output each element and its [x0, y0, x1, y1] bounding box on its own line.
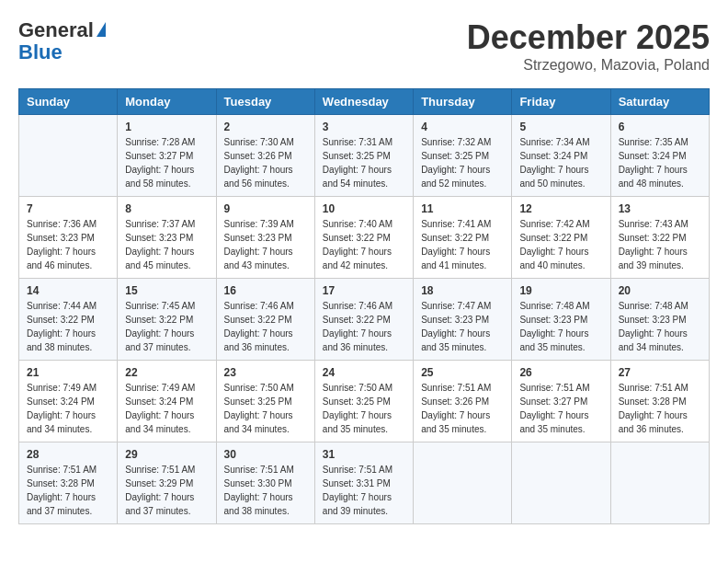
day-number: 11 [421, 202, 504, 215]
day-number: 29 [125, 448, 208, 461]
day-info: Sunrise: 7:34 AM Sunset: 3:24 PM Dayligh… [519, 135, 602, 190]
day-info: Sunrise: 7:28 AM Sunset: 3:27 PM Dayligh… [125, 135, 208, 190]
day-number: 3 [323, 121, 405, 133]
day-number: 12 [519, 202, 602, 215]
day-number: 27 [619, 366, 701, 379]
calendar-cell: 13Sunrise: 7:43 AM Sunset: 3:22 PM Dayli… [610, 197, 709, 279]
calendar-cell [610, 442, 709, 524]
calendar-cell: 1Sunrise: 7:28 AM Sunset: 3:27 PM Daylig… [118, 115, 216, 197]
weekday-header: Friday [512, 89, 610, 115]
calendar-cell: 30Sunrise: 7:51 AM Sunset: 3:30 PM Dayli… [216, 442, 314, 524]
calendar-body: 1Sunrise: 7:28 AM Sunset: 3:27 PM Daylig… [19, 115, 710, 524]
day-number: 23 [224, 366, 307, 379]
day-number: 18 [421, 284, 504, 297]
calendar-cell: 5Sunrise: 7:34 AM Sunset: 3:24 PM Daylig… [512, 115, 610, 197]
day-number: 28 [27, 448, 109, 461]
calendar-cell: 15Sunrise: 7:45 AM Sunset: 3:22 PM Dayli… [118, 279, 216, 361]
day-info: Sunrise: 7:37 AM Sunset: 3:23 PM Dayligh… [125, 217, 208, 272]
calendar-cell: 31Sunrise: 7:51 AM Sunset: 3:31 PM Dayli… [314, 442, 413, 524]
calendar-week-row: 1Sunrise: 7:28 AM Sunset: 3:27 PM Daylig… [19, 115, 710, 197]
day-number: 8 [125, 202, 208, 215]
day-number: 4 [421, 121, 504, 133]
day-number: 14 [27, 284, 109, 297]
weekday-header: Monday [118, 89, 216, 115]
page-header: General Blue December 2025 Strzegowo, Ma… [18, 18, 710, 74]
weekday-header: Thursday [414, 89, 512, 115]
day-info: Sunrise: 7:40 AM Sunset: 3:22 PM Dayligh… [323, 217, 405, 272]
day-info: Sunrise: 7:51 AM Sunset: 3:28 PM Dayligh… [619, 381, 701, 436]
day-number: 25 [421, 366, 504, 379]
day-info: Sunrise: 7:35 AM Sunset: 3:24 PM Dayligh… [619, 135, 701, 190]
day-info: Sunrise: 7:50 AM Sunset: 3:25 PM Dayligh… [323, 381, 405, 436]
day-info: Sunrise: 7:43 AM Sunset: 3:22 PM Dayligh… [619, 217, 701, 272]
day-info: Sunrise: 7:46 AM Sunset: 3:22 PM Dayligh… [224, 299, 307, 354]
calendar-cell: 4Sunrise: 7:32 AM Sunset: 3:25 PM Daylig… [414, 115, 512, 197]
calendar-cell [414, 442, 512, 524]
calendar-cell: 8Sunrise: 7:37 AM Sunset: 3:23 PM Daylig… [118, 197, 216, 279]
day-number: 10 [323, 202, 405, 215]
calendar-week-row: 14Sunrise: 7:44 AM Sunset: 3:22 PM Dayli… [19, 279, 710, 361]
calendar-cell: 21Sunrise: 7:49 AM Sunset: 3:24 PM Dayli… [19, 361, 118, 442]
day-number: 19 [519, 284, 602, 297]
calendar-cell [512, 442, 610, 524]
weekday-header: Wednesday [314, 89, 413, 115]
calendar-cell: 25Sunrise: 7:51 AM Sunset: 3:26 PM Dayli… [414, 361, 512, 442]
calendar-cell: 29Sunrise: 7:51 AM Sunset: 3:29 PM Dayli… [118, 442, 216, 524]
calendar-cell: 27Sunrise: 7:51 AM Sunset: 3:28 PM Dayli… [610, 361, 709, 442]
calendar-week-row: 7Sunrise: 7:36 AM Sunset: 3:23 PM Daylig… [19, 197, 710, 279]
calendar-table: SundayMondayTuesdayWednesdayThursdayFrid… [18, 88, 710, 524]
day-number: 1 [125, 121, 208, 133]
day-number: 13 [619, 202, 701, 215]
logo-triangle [97, 22, 106, 37]
day-info: Sunrise: 7:51 AM Sunset: 3:28 PM Dayligh… [27, 463, 109, 518]
day-info: Sunrise: 7:51 AM Sunset: 3:29 PM Dayligh… [125, 463, 208, 518]
calendar-cell: 2Sunrise: 7:30 AM Sunset: 3:26 PM Daylig… [216, 115, 314, 197]
calendar-cell: 18Sunrise: 7:47 AM Sunset: 3:23 PM Dayli… [414, 279, 512, 361]
calendar-cell: 12Sunrise: 7:42 AM Sunset: 3:22 PM Dayli… [512, 197, 610, 279]
day-number: 24 [323, 366, 405, 379]
calendar-cell: 16Sunrise: 7:46 AM Sunset: 3:22 PM Dayli… [216, 279, 314, 361]
day-number: 7 [27, 202, 109, 215]
title-block: December 2025 Strzegowo, Mazovia, Poland [467, 18, 710, 74]
calendar-cell: 19Sunrise: 7:48 AM Sunset: 3:23 PM Dayli… [512, 279, 610, 361]
calendar-cell: 26Sunrise: 7:51 AM Sunset: 3:27 PM Dayli… [512, 361, 610, 442]
day-info: Sunrise: 7:31 AM Sunset: 3:25 PM Dayligh… [323, 135, 405, 190]
day-info: Sunrise: 7:50 AM Sunset: 3:25 PM Dayligh… [224, 381, 307, 436]
day-number: 20 [619, 284, 701, 297]
day-info: Sunrise: 7:51 AM Sunset: 3:27 PM Dayligh… [519, 381, 602, 436]
day-info: Sunrise: 7:51 AM Sunset: 3:31 PM Dayligh… [323, 463, 405, 518]
calendar-cell: 23Sunrise: 7:50 AM Sunset: 3:25 PM Dayli… [216, 361, 314, 442]
day-number: 5 [519, 121, 602, 133]
day-info: Sunrise: 7:41 AM Sunset: 3:22 PM Dayligh… [421, 217, 504, 272]
day-info: Sunrise: 7:51 AM Sunset: 3:30 PM Dayligh… [224, 463, 307, 518]
calendar-cell: 28Sunrise: 7:51 AM Sunset: 3:28 PM Dayli… [19, 442, 118, 524]
calendar-cell: 6Sunrise: 7:35 AM Sunset: 3:24 PM Daylig… [610, 115, 709, 197]
calendar-cell: 17Sunrise: 7:46 AM Sunset: 3:22 PM Dayli… [314, 279, 413, 361]
day-info: Sunrise: 7:49 AM Sunset: 3:24 PM Dayligh… [125, 381, 208, 436]
day-number: 22 [125, 366, 208, 379]
day-info: Sunrise: 7:49 AM Sunset: 3:24 PM Dayligh… [27, 381, 109, 436]
calendar-week-row: 28Sunrise: 7:51 AM Sunset: 3:28 PM Dayli… [19, 442, 710, 524]
day-number: 2 [224, 121, 307, 133]
day-number: 21 [27, 366, 109, 379]
day-number: 15 [125, 284, 208, 297]
day-info: Sunrise: 7:32 AM Sunset: 3:25 PM Dayligh… [421, 135, 504, 190]
day-info: Sunrise: 7:42 AM Sunset: 3:22 PM Dayligh… [519, 217, 602, 272]
logo: General Blue [18, 18, 106, 63]
day-number: 6 [619, 121, 701, 133]
logo-blue: Blue [18, 42, 63, 63]
day-info: Sunrise: 7:30 AM Sunset: 3:26 PM Dayligh… [224, 135, 307, 190]
calendar-cell: 20Sunrise: 7:48 AM Sunset: 3:23 PM Dayli… [610, 279, 709, 361]
calendar-cell: 3Sunrise: 7:31 AM Sunset: 3:25 PM Daylig… [314, 115, 413, 197]
weekday-header: Sunday [19, 89, 118, 115]
day-number: 17 [323, 284, 405, 297]
day-info: Sunrise: 7:39 AM Sunset: 3:23 PM Dayligh… [224, 217, 307, 272]
weekday-header: Tuesday [216, 89, 314, 115]
day-info: Sunrise: 7:46 AM Sunset: 3:22 PM Dayligh… [323, 299, 405, 354]
calendar-week-row: 21Sunrise: 7:49 AM Sunset: 3:24 PM Dayli… [19, 361, 710, 442]
day-info: Sunrise: 7:51 AM Sunset: 3:26 PM Dayligh… [421, 381, 504, 436]
day-number: 30 [224, 448, 307, 461]
calendar-cell: 22Sunrise: 7:49 AM Sunset: 3:24 PM Dayli… [118, 361, 216, 442]
day-info: Sunrise: 7:36 AM Sunset: 3:23 PM Dayligh… [27, 217, 109, 272]
day-number: 16 [224, 284, 307, 297]
